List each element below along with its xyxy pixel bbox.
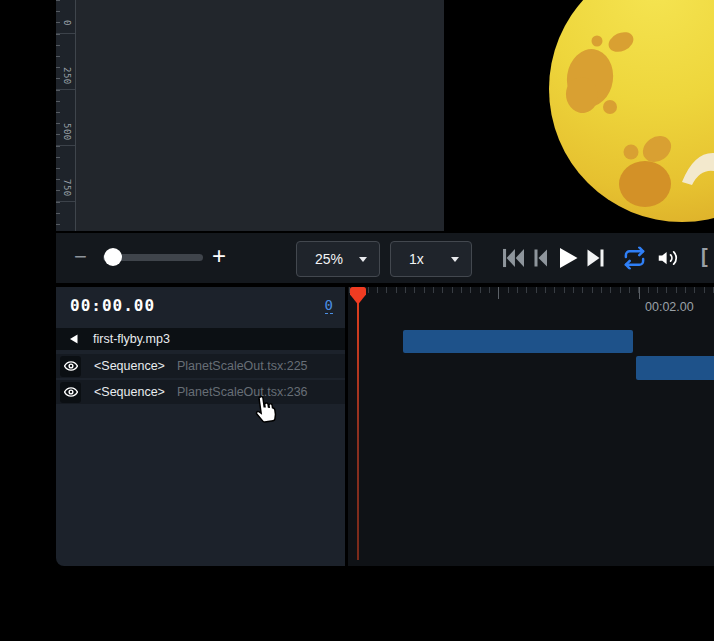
zoom-slider[interactable] bbox=[103, 254, 203, 261]
timeline-panel: 00:00.00 0 first-flyby.mp3 <Sequence> Pl… bbox=[56, 287, 714, 566]
second-tick bbox=[498, 287, 499, 299]
timecode-display: 00:00.00 bbox=[70, 296, 155, 315]
track-source: PlanetScaleOut.tsx:225 bbox=[177, 359, 308, 373]
track-list-panel: 00:00.00 0 first-flyby.mp3 <Sequence> Pl… bbox=[56, 287, 345, 566]
eye-icon bbox=[64, 385, 78, 399]
in-point-bracket-button[interactable]: [ bbox=[701, 245, 708, 268]
playhead[interactable] bbox=[350, 287, 366, 566]
ruler-label: 750 bbox=[62, 179, 72, 197]
track-name: first-flyby.mp3 bbox=[93, 332, 170, 346]
ruler-label: 250 bbox=[62, 67, 72, 85]
visibility-toggle[interactable] bbox=[60, 356, 81, 377]
audio-icon bbox=[68, 333, 80, 345]
toolbar: − + 25% 1x bbox=[56, 233, 714, 283]
eye-icon bbox=[64, 359, 78, 373]
transport-controls bbox=[496, 233, 714, 283]
next-frame-button[interactable] bbox=[587, 249, 604, 267]
playhead-marker-icon[interactable] bbox=[350, 287, 366, 305]
chevron-down-icon bbox=[451, 257, 459, 262]
planet-illustration bbox=[444, 0, 714, 231]
ruler-major-tick bbox=[56, 201, 75, 202]
ruler-label: 500 bbox=[62, 123, 72, 141]
zoom-in-button[interactable]: + bbox=[212, 242, 226, 270]
timeline-track-area[interactable]: 00:02.00 bbox=[348, 287, 714, 566]
zoom-slider-thumb[interactable] bbox=[104, 248, 122, 266]
studio-window: 0 250 500 750 bbox=[56, 0, 714, 566]
volume-icon[interactable] bbox=[657, 248, 678, 269]
timeline-clip-audio[interactable] bbox=[403, 330, 633, 353]
playhead-line bbox=[357, 289, 359, 560]
track-row-sequence-236[interactable]: <Sequence> PlanetScaleOut.tsx:236 bbox=[56, 380, 345, 404]
play-button[interactable] bbox=[559, 248, 578, 269]
skip-to-start-button[interactable] bbox=[502, 248, 525, 268]
current-frame-link[interactable]: 0 bbox=[325, 297, 333, 314]
timeline-clip-sequence[interactable] bbox=[636, 356, 714, 380]
second-tick bbox=[639, 287, 640, 299]
previous-frame-button[interactable] bbox=[534, 249, 547, 267]
ruler-label: 0 bbox=[62, 20, 72, 26]
track-name: <Sequence> bbox=[94, 385, 165, 399]
visibility-toggle[interactable] bbox=[60, 382, 81, 403]
track-row-sequence-225[interactable]: <Sequence> PlanetScaleOut.tsx:225 bbox=[56, 354, 345, 378]
zoom-level-select[interactable]: 25% bbox=[296, 241, 380, 277]
playback-rate-select[interactable]: 1x bbox=[390, 241, 472, 277]
ruler-major-tick bbox=[56, 33, 75, 34]
track-name: <Sequence> bbox=[94, 359, 165, 373]
chevron-down-icon bbox=[359, 257, 367, 262]
time-label: 00:02.00 bbox=[645, 300, 694, 314]
playback-rate-value: 1x bbox=[409, 251, 424, 267]
time-ruler[interactable] bbox=[348, 287, 714, 301]
zoom-level-value: 25% bbox=[315, 251, 343, 267]
vertical-ruler: 0 250 500 750 bbox=[56, 0, 76, 231]
preview-canvas: 0 250 500 750 bbox=[56, 0, 714, 231]
track-row-audio[interactable]: first-flyby.mp3 bbox=[56, 328, 345, 350]
loop-icon[interactable] bbox=[623, 247, 646, 270]
track-source: PlanetScaleOut.tsx:236 bbox=[177, 385, 308, 399]
zoom-out-button[interactable]: − bbox=[74, 244, 87, 270]
ruler-major-tick bbox=[56, 145, 75, 146]
ruler-major-tick bbox=[56, 89, 75, 90]
composition-viewport[interactable] bbox=[444, 0, 714, 231]
